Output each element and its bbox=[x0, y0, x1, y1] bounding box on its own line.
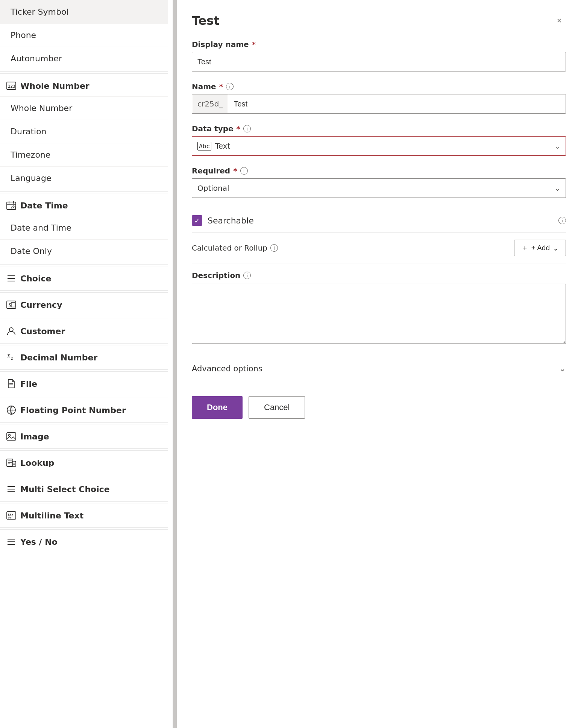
description-label: Description i bbox=[192, 271, 566, 280]
required-star: * bbox=[233, 166, 237, 175]
svg-text:def: def bbox=[8, 516, 13, 519]
list-item-date-only[interactable]: Date Only bbox=[0, 239, 168, 263]
searchable-info-icon[interactable]: i bbox=[558, 217, 566, 224]
list-item-whole-number[interactable]: Whole Number bbox=[0, 96, 168, 120]
file-icon bbox=[6, 378, 17, 389]
right-panel: Test × Display name * Name * i cr25d_ Da… bbox=[177, 0, 581, 728]
required-chevron: ⌄ bbox=[555, 184, 560, 192]
category-float[interactable]: Floating Point Number bbox=[0, 398, 168, 421]
name-input[interactable] bbox=[228, 94, 566, 113]
required-info-icon[interactable]: i bbox=[240, 167, 248, 175]
svg-text:2: 2 bbox=[11, 356, 13, 360]
image-icon bbox=[6, 431, 17, 442]
close-button[interactable]: × bbox=[552, 14, 566, 27]
name-label: Name * i bbox=[192, 82, 566, 91]
svg-rect-14 bbox=[11, 302, 15, 307]
calc-info-icon[interactable]: i bbox=[270, 244, 278, 252]
float-icon bbox=[6, 405, 17, 415]
svg-text:$: $ bbox=[9, 302, 11, 308]
add-plus-icon: ＋ bbox=[521, 243, 528, 253]
datetime-icon bbox=[6, 200, 17, 211]
footer-buttons: Done Cancel bbox=[192, 396, 566, 419]
category-yesno[interactable]: Yes / No bbox=[0, 529, 168, 552]
decimal-icon: X 2 bbox=[6, 352, 17, 363]
customer-icon bbox=[6, 326, 17, 336]
description-info-icon[interactable]: i bbox=[243, 272, 251, 279]
description-textarea[interactable] bbox=[192, 284, 566, 344]
yesno-icon bbox=[6, 537, 17, 547]
name-required: * bbox=[219, 82, 223, 91]
category-lookup[interactable]: Lookup bbox=[0, 450, 168, 473]
category-whole-number[interactable]: 123 Whole Number bbox=[0, 73, 168, 96]
svg-line-8 bbox=[14, 208, 14, 208]
category-image[interactable]: Image bbox=[0, 424, 168, 447]
whole-number-icon: 123 bbox=[6, 81, 17, 91]
searchable-label: Searchable bbox=[208, 216, 553, 225]
searchable-checkbox[interactable]: ✓ bbox=[192, 215, 202, 226]
list-item-ticker-symbol[interactable]: Ticker Symbol bbox=[0, 0, 168, 23]
list-item-duration[interactable]: Duration bbox=[0, 120, 168, 143]
svg-text:123: 123 bbox=[8, 84, 15, 89]
required-select[interactable]: Optional ⌄ bbox=[192, 178, 566, 198]
display-name-label: Display name * bbox=[192, 40, 566, 49]
display-name-input[interactable] bbox=[192, 52, 566, 71]
text-type-icon: Abc bbox=[197, 142, 211, 150]
searchable-row: ✓ Searchable i bbox=[192, 208, 566, 233]
cancel-button[interactable]: Cancel bbox=[249, 396, 305, 419]
list-item-autonumber[interactable]: Autonumber bbox=[0, 47, 168, 70]
category-choice[interactable]: Choice bbox=[0, 266, 168, 289]
svg-rect-22 bbox=[7, 433, 16, 440]
left-panel: Ticker Symbol Phone Autonumber 123 Whole… bbox=[0, 0, 173, 728]
data-type-select[interactable]: Abc Text ⌄ bbox=[192, 136, 566, 156]
data-type-label: Data type * i bbox=[192, 124, 566, 133]
category-currency[interactable]: $ Currency bbox=[0, 292, 168, 315]
scrollbar-divider[interactable] bbox=[173, 0, 177, 728]
panel-header: Test × bbox=[192, 14, 566, 28]
list-item-date-and-time[interactable]: Date and Time bbox=[0, 216, 168, 239]
display-name-required: * bbox=[252, 40, 256, 49]
choice-icon bbox=[6, 273, 17, 284]
data-type-group: Data type * i Abc Text ⌄ bbox=[192, 124, 566, 156]
advanced-options-row[interactable]: Advanced options ⌄ bbox=[192, 356, 566, 381]
name-prefix: cr25d_ bbox=[192, 94, 228, 113]
multi-choice-icon bbox=[6, 484, 17, 494]
category-file[interactable]: File bbox=[0, 371, 168, 394]
advanced-options-label: Advanced options bbox=[192, 364, 262, 373]
category-multiline[interactable]: Abc def Multiline Text bbox=[0, 503, 168, 526]
category-decimal[interactable]: X 2 Decimal Number bbox=[0, 345, 168, 368]
svg-point-23 bbox=[9, 435, 11, 436]
list-item-phone[interactable]: Phone bbox=[0, 23, 168, 47]
required-label: Required * i bbox=[192, 166, 566, 175]
name-info-icon[interactable]: i bbox=[226, 83, 234, 90]
category-multi-choice[interactable]: Multi Select Choice bbox=[0, 477, 168, 500]
data-type-chevron: ⌄ bbox=[555, 142, 560, 150]
lookup-icon bbox=[6, 457, 17, 468]
svg-text:X: X bbox=[7, 353, 11, 359]
add-button[interactable]: ＋ + Add ⌄ bbox=[514, 240, 566, 256]
data-type-info-icon[interactable]: i bbox=[243, 125, 251, 132]
svg-point-15 bbox=[9, 328, 13, 331]
list-item-timezone[interactable]: Timezone bbox=[0, 143, 168, 166]
name-group: Name * i cr25d_ bbox=[192, 82, 566, 114]
data-type-required: * bbox=[237, 124, 240, 133]
calc-rollup-row: Calculated or Rollup i ＋ + Add ⌄ bbox=[192, 233, 566, 263]
done-button[interactable]: Done bbox=[192, 396, 243, 419]
required-group: Required * i Optional ⌄ bbox=[192, 166, 566, 198]
panel-title: Test bbox=[192, 14, 220, 28]
name-field-wrapper: cr25d_ bbox=[192, 94, 566, 114]
category-date-time[interactable]: Date Time bbox=[0, 193, 168, 216]
calc-label: Calculated or Rollup i bbox=[192, 243, 278, 252]
description-group: Description i bbox=[192, 271, 566, 345]
advanced-options-chevron: ⌄ bbox=[559, 364, 566, 373]
category-customer[interactable]: Customer bbox=[0, 319, 168, 342]
list-item-language[interactable]: Language bbox=[0, 166, 168, 190]
add-chevron-icon: ⌄ bbox=[553, 244, 559, 252]
display-name-group: Display name * bbox=[192, 40, 566, 71]
currency-icon: $ bbox=[6, 299, 17, 310]
multiline-icon: Abc def bbox=[6, 510, 17, 521]
